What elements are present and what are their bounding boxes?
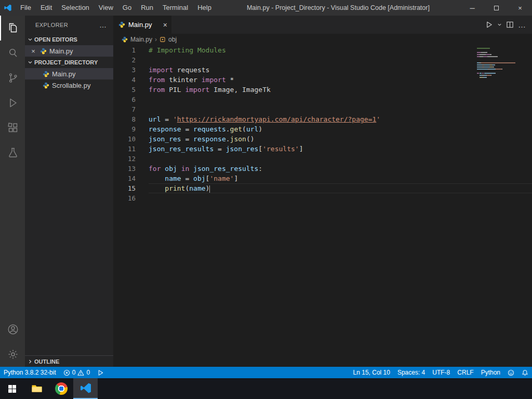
explorer-icon[interactable]	[0, 16, 25, 41]
code-token: =	[181, 135, 193, 143]
code-line[interactable]: 5from PIL import Image, ImageTk	[113, 85, 532, 95]
more-actions-icon[interactable]: …	[518, 20, 526, 29]
source-control-icon[interactable]	[0, 65, 25, 90]
code-line[interactable]: 2	[113, 55, 532, 65]
code-token: )	[258, 125, 262, 133]
split-editor-icon[interactable]	[506, 21, 514, 29]
warning-count: 0	[86, 369, 90, 376]
code-line[interactable]: 15 print(name)	[113, 183, 532, 193]
code-line-content: import requests	[149, 65, 532, 75]
extensions-icon[interactable]	[0, 115, 25, 140]
vscode-button[interactable]	[73, 378, 98, 399]
code-token: name	[189, 184, 205, 192]
chevron-down-icon	[28, 37, 33, 42]
code-editor[interactable]: 1# Importing Modules23import requests4fr…	[113, 45, 532, 367]
breadcrumb[interactable]: Main.py › obj	[113, 34, 532, 45]
run-file-icon[interactable]	[485, 21, 493, 29]
code-line[interactable]: 16	[113, 193, 532, 203]
code-token	[149, 175, 165, 182]
language-mode-status[interactable]: Python	[477, 367, 504, 378]
code-token: url	[246, 125, 258, 133]
python-file-icon	[40, 48, 47, 55]
code-token: url	[149, 115, 161, 123]
close-button[interactable]: ×	[508, 0, 532, 16]
menu-terminal[interactable]: Terminal	[158, 0, 193, 16]
breadcrumb-file[interactable]: Main.py	[130, 36, 152, 43]
encoding-status[interactable]: UTF-8	[429, 367, 454, 378]
tab-mainpy[interactable]: Main.py ×	[113, 16, 171, 34]
file-item-scrollablepy[interactable]: Scrollable.py	[25, 79, 113, 91]
sidebar-title: EXPLORER	[35, 22, 99, 28]
code-token: import	[149, 66, 173, 74]
project-directory-section-header[interactable]: PROJECT_DIRECTORY	[25, 57, 113, 68]
code-line[interactable]: 14 name = obj['name']	[113, 174, 532, 183]
menu-help[interactable]: Help	[193, 0, 216, 16]
minimize-button[interactable]: ─	[460, 0, 484, 16]
file-item-mainpy[interactable]: Main.py	[25, 68, 113, 79]
code-line[interactable]: 9response = requests.get(url)	[113, 124, 532, 134]
activity-bar	[0, 16, 25, 367]
run-code-status[interactable]	[94, 367, 108, 378]
code-line[interactable]: 10json_res = response.json()	[113, 134, 532, 144]
code-line[interactable]: 4from tkinter import *	[113, 75, 532, 85]
run-dropdown-chevron-icon[interactable]	[497, 22, 502, 27]
menu-go[interactable]: Go	[118, 0, 136, 16]
code-line[interactable]: 6	[113, 95, 532, 104]
code-line[interactable]: 12	[113, 154, 532, 164]
code-token: tkinter	[165, 76, 201, 84]
code-token: =	[214, 145, 225, 153]
search-icon[interactable]	[0, 41, 25, 65]
code-token: *	[226, 76, 234, 84]
run-code-icon	[97, 369, 104, 376]
tab-close-icon[interactable]: ×	[163, 21, 167, 29]
code-line[interactable]: 8url = 'https://rickandmortyapi.com/api/…	[113, 114, 532, 124]
run-debug-icon[interactable]	[0, 90, 25, 115]
code-line[interactable]: 3import requests	[113, 65, 532, 75]
testing-icon[interactable]	[0, 140, 25, 165]
close-editor-icon[interactable]: ×	[29, 47, 37, 55]
code-line[interactable]: 13for obj in json_res_results:	[113, 164, 532, 174]
start-button[interactable]	[0, 378, 24, 399]
window-title: Main.py - Project_Directory - Visual Stu…	[216, 4, 460, 11]
python-interpreter-status[interactable]: Python 3.8.2 32-bit	[0, 367, 60, 378]
code-token	[189, 165, 193, 172]
menu-run[interactable]: Run	[136, 0, 158, 16]
maximize-button[interactable]	[484, 0, 508, 16]
code-line-content	[149, 104, 532, 114]
breadcrumb-symbol[interactable]: obj	[168, 36, 177, 43]
eol-status[interactable]: CRLF	[454, 367, 477, 378]
settings-gear-icon[interactable]	[0, 342, 25, 367]
file-name: Main.py	[52, 70, 76, 78]
indentation-status[interactable]: Spaces: 4	[394, 367, 429, 378]
line-number: 1	[113, 45, 136, 55]
code-line-content: from tkinter import *	[149, 75, 532, 85]
code-lines: 1# Importing Modules23import requests4fr…	[113, 45, 532, 203]
code-line[interactable]: 1# Importing Modules	[113, 45, 532, 55]
notifications-status[interactable]	[518, 367, 532, 378]
minimap[interactable]	[477, 48, 525, 81]
chrome-button[interactable]	[49, 378, 73, 399]
code-token: https://rickandmortyapi.com/api/characte…	[177, 115, 377, 123]
sidebar-header: EXPLORER …	[25, 16, 113, 34]
error-icon	[63, 369, 70, 376]
code-token: Image, ImageTk	[209, 86, 270, 94]
code-line[interactable]: 11json_res_results = json_res['results']	[113, 144, 532, 154]
explorer-actions-button[interactable]: …	[99, 21, 107, 29]
outline-section-header[interactable]: OUTLINE	[25, 355, 113, 367]
code-line[interactable]: 7	[113, 104, 532, 114]
open-editors-section-header[interactable]: OPEN EDITORS	[25, 34, 113, 45]
menu-edit[interactable]: Edit	[36, 0, 57, 16]
warning-icon	[77, 369, 84, 376]
menu-file[interactable]: File	[16, 0, 36, 16]
file-explorer-button[interactable]	[24, 378, 49, 399]
open-editor-item[interactable]: × Main.py	[25, 45, 113, 57]
cursor-position-status[interactable]: Ln 15, Col 10	[350, 367, 394, 378]
line-number: 15	[113, 183, 136, 193]
code-token: requests	[193, 125, 226, 133]
account-icon[interactable]	[0, 317, 25, 342]
code-token: json_res_results	[149, 145, 214, 153]
menu-selection[interactable]: Selection	[57, 0, 94, 16]
menu-view[interactable]: View	[94, 0, 118, 16]
problems-status[interactable]: 0 0	[60, 367, 94, 378]
feedback-status[interactable]	[504, 367, 518, 378]
